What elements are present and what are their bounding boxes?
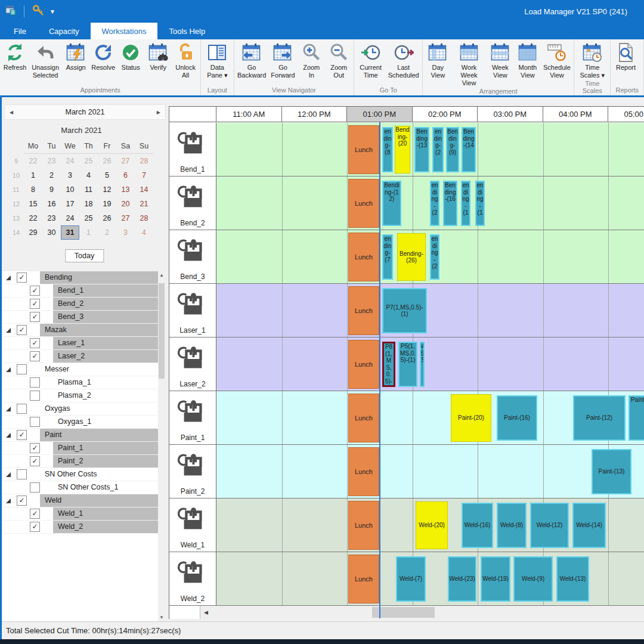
calendar-day[interactable]: 31	[61, 225, 79, 240]
calendar-day[interactable]: 21	[135, 197, 153, 211]
tree-item-paint[interactable]: ✓Paint	[0, 429, 158, 442]
appointment-block[interactable]: Weld-(13)	[556, 556, 589, 602]
workstation-cell-bend-2[interactable]: Bend_2	[169, 177, 216, 230]
calendar-day[interactable]: 3	[116, 225, 135, 240]
ribbon-button-report[interactable]: Report	[612, 41, 639, 72]
appointment-block[interactable]: Paint-(20)	[451, 394, 491, 442]
appointment-block[interactable]: ending-(8	[382, 127, 393, 172]
ribbon-button-resolve[interactable]: Resolve	[89, 41, 117, 72]
calendar-next-icon[interactable]: ▶	[157, 110, 160, 115]
calendar-day[interactable]: 15	[24, 197, 42, 211]
calendar-day[interactable]: 23	[42, 211, 61, 225]
workstation-cell-bend-1[interactable]: Bend_1	[169, 123, 216, 176]
ribbon-button-go-backward[interactable]: Go Backward	[236, 41, 268, 79]
tab-workstations[interactable]: Workstations	[91, 23, 158, 39]
ribbon-button-zoom-out[interactable]: Zoom Out	[325, 41, 352, 79]
lunch-block[interactable]: Lunch	[348, 286, 379, 335]
ribbon-button-week-view[interactable]: Week View	[487, 41, 514, 79]
lunch-block[interactable]: Lunch	[348, 447, 379, 496]
calendar-day[interactable]: 5	[98, 168, 116, 182]
calendar-prev-icon[interactable]: ◀	[10, 110, 13, 115]
calendar-day[interactable]: 23	[42, 154, 61, 168]
appointment-block[interactable]: Paint-(12)	[573, 395, 626, 441]
tree-checkbox[interactable]: ✓	[30, 312, 40, 322]
hscrollbar-thumb[interactable]	[372, 607, 435, 618]
tree-item-messer[interactable]: Messer	[0, 363, 158, 376]
ribbon-button-unassign-selected[interactable]: Unassign Selected	[29, 41, 62, 79]
ribbon-button-unlock-all[interactable]: Unlock All	[172, 41, 199, 79]
calendar-day[interactable]: 28	[135, 211, 153, 225]
appointment-block[interactable]: MS(5	[420, 342, 425, 387]
appointment-block[interactable]: ending-(1	[475, 181, 485, 226]
ribbon-button-zoom-in[interactable]: Zoom In	[298, 41, 325, 79]
qat-dropdown-caret[interactable]: ▼	[49, 8, 55, 15]
tree-checkbox[interactable]: ✓	[30, 286, 40, 296]
tree-checkbox[interactable]	[17, 404, 27, 414]
appointment-block[interactable]: ending-(2	[432, 127, 444, 172]
appointment-block[interactable]: Weld-(12)	[530, 503, 569, 548]
calendar-day[interactable]: 27	[116, 154, 135, 168]
appointment-block[interactable]: Bending-(20	[395, 126, 410, 174]
ribbon-button-schedule-view[interactable]: Schedule View	[541, 41, 572, 79]
expander-icon[interactable]	[0, 328, 17, 333]
appointment-block[interactable]: P5(1,MS,0.5)-(1)	[398, 342, 417, 387]
scroll-up-icon[interactable]: ▲	[158, 273, 165, 278]
ribbon-button-refresh[interactable]: Refresh	[1, 41, 29, 72]
appointment-block[interactable]: Bending-(13	[414, 127, 429, 172]
appointment-block[interactable]: Bending-(14	[462, 127, 476, 172]
appointment-block[interactable]: Weld-(8)	[497, 503, 527, 548]
calendar-day[interactable]: 16	[42, 197, 61, 211]
tree-item-paint-1[interactable]: ✓Paint_1	[0, 442, 158, 455]
ribbon-button-verify[interactable]: Verify	[144, 41, 172, 72]
tree-item-weld[interactable]: ✓Weld	[0, 494, 158, 507]
calendar-day[interactable]: 13	[116, 182, 135, 197]
lunch-block[interactable]: Lunch	[348, 555, 379, 603]
ribbon-button-data-pane[interactable]: Data Pane ▾	[202, 41, 232, 79]
tree-checkbox[interactable]	[30, 391, 40, 401]
tree-checkbox[interactable]: ✓	[30, 351, 40, 361]
calendar-day[interactable]: 29	[24, 225, 42, 240]
appointment-block[interactable]: Bending-(12)	[382, 181, 401, 226]
appointment-block[interactable]: ending-(7	[382, 234, 393, 280]
tree-item-mazak[interactable]: ✓Mazak	[0, 324, 158, 337]
tree-item-plasma-1[interactable]: Plasma_1	[0, 376, 158, 389]
calendar-day[interactable]: 1	[79, 225, 98, 240]
tab-tools-help[interactable]: Tools Help	[157, 23, 216, 39]
tree-item-sn-other-costs[interactable]: SN Other Costs	[0, 468, 158, 481]
lunch-block[interactable]: Lunch	[348, 394, 379, 442]
tree-checkbox[interactable]: ✓	[30, 509, 40, 519]
workstation-cell-laser-1[interactable]: Laser_1	[169, 284, 216, 337]
calendar-day[interactable]: 27	[116, 211, 135, 225]
tree-checkbox[interactable]	[17, 469, 27, 479]
tree-item-sn-other-costs-1[interactable]: SN Other Costs_1	[0, 481, 158, 494]
schedule-hscrollbar[interactable]: ◀	[169, 606, 644, 619]
expander-icon[interactable]	[0, 367, 17, 372]
today-button[interactable]: Today	[65, 249, 104, 262]
workstation-cell-laser-2[interactable]: Laser_2	[169, 338, 216, 391]
appointment-block[interactable]: ending-(2	[430, 181, 439, 226]
appointment-block[interactable]: ending-(2	[430, 234, 439, 280]
appointment-block[interactable]: Weld-(23)	[448, 556, 476, 602]
workstation-cell-weld-2[interactable]: Weld_2	[169, 552, 216, 605]
lunch-block[interactable]: Lunch	[348, 233, 379, 281]
calendar-day[interactable]: 1	[24, 168, 42, 182]
tree-scrollbar-thumb[interactable]	[159, 283, 165, 379]
tree-item-weld-2[interactable]: ✓Weld_2	[0, 521, 158, 534]
scroll-down-icon[interactable]: ▼	[158, 615, 165, 620]
appointment-block[interactable]: Weld-(20)	[416, 501, 448, 549]
calendar-day[interactable]: 12	[98, 182, 116, 197]
calendar-day[interactable]: 26	[98, 211, 116, 225]
appointment-block[interactable]: Weld-(19)	[481, 556, 510, 602]
tree-scrollbar[interactable]: ▲ ▼	[158, 271, 165, 621]
calendar-day[interactable]: 18	[79, 197, 98, 211]
tab-file[interactable]: File	[2, 23, 38, 39]
workstation-cell-bend-3[interactable]: Bend_3	[169, 230, 216, 283]
tree-checkbox[interactable]: ✓	[30, 443, 40, 453]
ribbon-button-work-week-view[interactable]: Work Week View	[451, 41, 487, 87]
ribbon-button-time-scales[interactable]: Time Scales ▾	[575, 41, 609, 79]
ribbon-button-status[interactable]: Status	[117, 41, 144, 72]
tree-checkbox[interactable]: ✓	[30, 522, 40, 532]
appointment-block[interactable]: ending-(1	[461, 181, 470, 226]
lunch-block[interactable]: Lunch	[348, 340, 379, 389]
appointment-block[interactable]: P7(1,MS,0.5)-(1)	[382, 288, 427, 333]
